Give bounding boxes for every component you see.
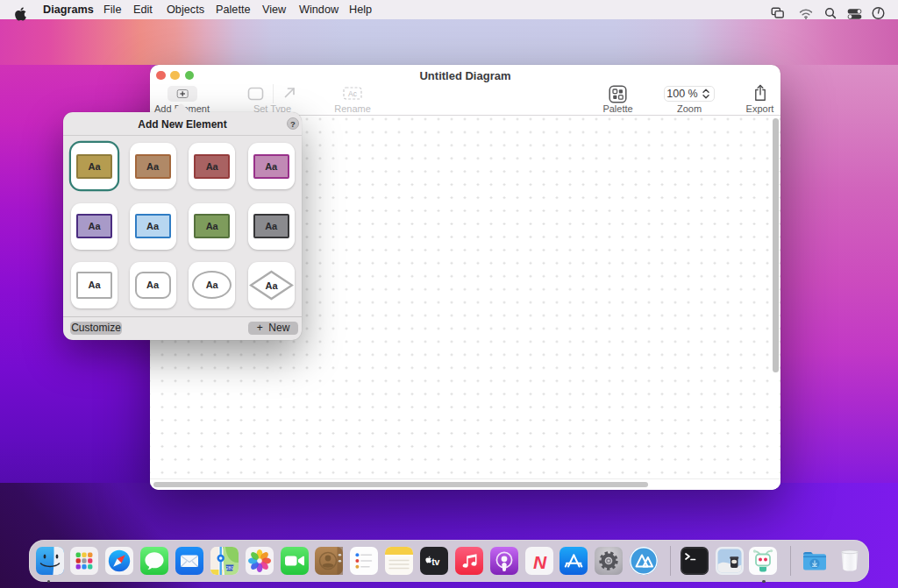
svg-text:N: N [532, 552, 546, 572]
svg-text:Ac: Ac [348, 89, 358, 98]
svg-text:280: 280 [226, 565, 234, 570]
svg-text:Aa: Aa [265, 280, 278, 290]
svg-text:tv: tv [431, 556, 439, 567]
